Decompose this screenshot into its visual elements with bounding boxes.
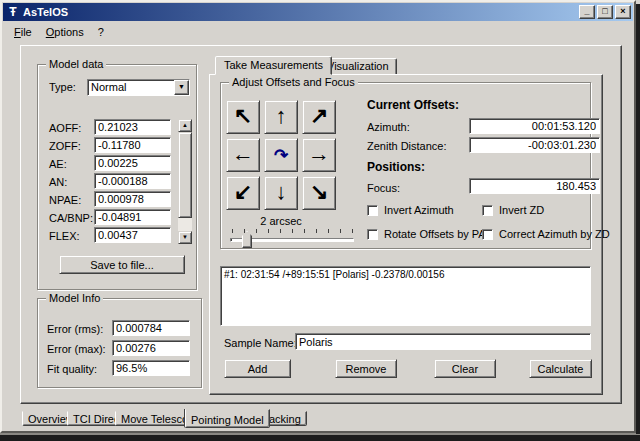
type-label: Type: <box>49 81 76 93</box>
offset-down-button[interactable]: ↓ <box>264 176 298 210</box>
fit-quality-label: Fit quality: <box>47 363 97 375</box>
scroll-down-icon[interactable]: ▼ <box>178 231 192 244</box>
param-label: AE: <box>49 158 67 170</box>
measurements-listbox[interactable]: #1: 02:31:54 /+89:15:51 [Polaris] -0.237… <box>220 266 591 326</box>
adjust-offsets-title: Adjust Offsets and Focus <box>229 76 358 88</box>
arrow-up-left-icon: ↖ <box>234 103 252 128</box>
invert-azimuth-label: Invert Azimuth <box>384 204 454 216</box>
tab-take-measurements[interactable]: Take Measurements <box>215 56 332 75</box>
add-button[interactable]: Add <box>224 359 291 378</box>
params-scrollbar[interactable]: ▲ ▼ <box>178 119 192 244</box>
focus-field[interactable] <box>469 178 600 194</box>
positions-heading: Positions: <box>367 160 425 174</box>
arrow-right-icon: → <box>308 141 330 166</box>
sample-name-input[interactable] <box>295 333 591 350</box>
measurement-item[interactable]: #1: 02:31:54 /+89:15:51 [Polaris] -0.237… <box>221 267 590 282</box>
app-icon: Ŧ <box>5 5 21 19</box>
chevron-down-icon[interactable]: ▼ <box>174 80 189 95</box>
sample-name-label: Sample Name: <box>224 337 297 349</box>
save-to-file-button[interactable]: Save to file... <box>59 255 185 274</box>
remove-button[interactable]: Remove <box>335 359 397 378</box>
param-label: AN: <box>49 176 67 188</box>
type-dropdown-value: Normal <box>88 80 174 95</box>
param-field[interactable] <box>94 191 171 207</box>
type-dropdown[interactable]: Normal ▼ <box>87 79 190 96</box>
scrollbar-thumb[interactable] <box>178 132 192 218</box>
offset-up-left-button[interactable]: ↖ <box>226 100 260 134</box>
menu-file[interactable]: File <box>7 24 39 40</box>
rotate-offsets-label: Rotate Offsets by PA <box>384 228 486 240</box>
correct-azimuth-checkbox[interactable] <box>482 229 493 240</box>
arrow-up-right-icon: ↗ <box>310 103 328 128</box>
arrow-down-left-icon: ↙ <box>234 179 252 204</box>
close-button[interactable]: × <box>615 5 631 19</box>
offset-up-button[interactable]: ↑ <box>264 100 298 134</box>
error-rms-label: Error (rms): <box>47 323 103 335</box>
rotate-icon: ↷ <box>274 146 288 165</box>
offset-down-right-button[interactable]: ↘ <box>302 176 336 210</box>
param-field[interactable] <box>94 137 171 153</box>
invert-azimuth-checkbox[interactable] <box>367 205 378 216</box>
model-data-title: Model data <box>46 58 106 70</box>
param-field[interactable] <box>94 209 171 225</box>
param-field[interactable] <box>94 227 171 243</box>
arrow-up-icon: ↑ <box>276 103 287 128</box>
arrow-down-right-icon: ↘ <box>310 179 328 204</box>
error-rms-field[interactable] <box>112 320 190 336</box>
zenith-distance-label: Zenith Distance: <box>367 140 446 152</box>
param-field[interactable] <box>94 173 171 189</box>
calculate-button[interactable]: Calculate <box>529 359 592 378</box>
menu-help[interactable]: ? <box>91 24 111 40</box>
azimuth-field[interactable] <box>469 118 600 134</box>
rotate-offsets-checkbox[interactable] <box>367 229 378 240</box>
invert-zd-label: Invert ZD <box>499 204 544 216</box>
title-bar[interactable]: Ŧ AsTelOS _ □ × <box>3 3 633 21</box>
offset-down-left-button[interactable]: ↙ <box>226 176 260 210</box>
offset-center-button[interactable]: ↷ <box>264 138 298 172</box>
offset-up-right-button[interactable]: ↗ <box>302 100 336 134</box>
current-offsets-heading: Current Offsets: <box>367 98 459 112</box>
app-window: Ŧ AsTelOS _ □ × File Options ? Model dat… <box>0 0 636 433</box>
error-max-field[interactable] <box>112 340 190 356</box>
param-field[interactable] <box>94 119 171 135</box>
slider-ticks <box>232 229 354 233</box>
clear-button[interactable]: Clear <box>434 359 496 378</box>
scroll-up-icon[interactable]: ▲ <box>178 119 192 132</box>
offset-right-button[interactable]: → <box>302 138 336 172</box>
focus-label: Focus: <box>367 182 400 194</box>
error-max-label: Error (max): <box>47 343 106 355</box>
offset-left-button[interactable]: ← <box>226 138 260 172</box>
invert-zd-checkbox[interactable] <box>482 205 493 216</box>
model-info-title: Model Info <box>46 292 103 304</box>
param-field[interactable] <box>94 155 171 171</box>
param-label: FLEX: <box>49 230 80 242</box>
window-shadow-right <box>636 4 640 434</box>
maximize-button[interactable]: □ <box>597 5 613 19</box>
param-label: CA/BNP: <box>49 212 93 224</box>
correct-azimuth-label: Correct Azimuth by ZD <box>499 228 610 240</box>
arrow-left-icon: ← <box>232 141 254 166</box>
azimuth-label: Azimuth: <box>367 121 410 133</box>
bottom-tab-pointing-model[interactable]: Pointing Model <box>185 409 270 428</box>
arrow-down-icon: ↓ <box>276 179 287 204</box>
menu-bar: File Options ? <box>3 22 633 41</box>
menu-options[interactable]: Options <box>39 24 91 40</box>
param-label: ZOFF: <box>49 140 81 152</box>
param-label: NPAE: <box>49 194 81 206</box>
fit-quality-field[interactable] <box>112 360 190 376</box>
window-shadow-bottom <box>0 433 640 441</box>
step-size-label: 2 arcsec <box>226 215 336 227</box>
param-label: AOFF: <box>49 122 81 134</box>
window-title: AsTelOS <box>23 6 577 18</box>
minimize-button[interactable]: _ <box>579 5 595 19</box>
zenith-distance-field[interactable] <box>469 137 600 153</box>
